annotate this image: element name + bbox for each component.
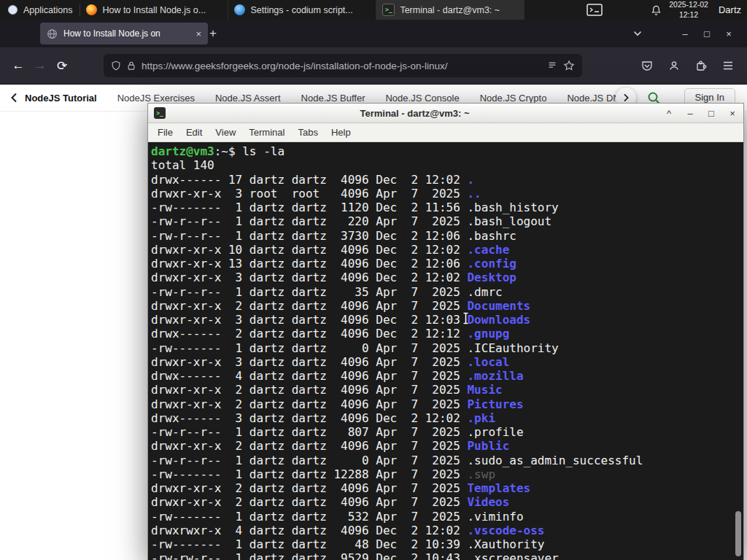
terminal-scrollbar-thumb[interactable]	[735, 511, 741, 556]
terminal-maximize-button[interactable]: □	[706, 108, 716, 119]
ls-filename: .profile	[467, 425, 523, 439]
terminal-output-line: drwx------ 3 dartz dartz 4096 Dec 2 12:0…	[151, 411, 743, 425]
tab-close-icon[interactable]: ×	[196, 28, 201, 39]
lock-icon[interactable]	[127, 61, 136, 71]
terminal-menu-terminal[interactable]: Terminal	[242, 127, 291, 138]
ls-filename: .dmrc	[467, 285, 502, 299]
ls-columns: drwxr-xr-x 3 dartz dartz 4096 Dec 2 12:0…	[151, 271, 467, 284]
url-bar[interactable]: https://www.geeksforgeeks.org/node-js/in…	[104, 54, 582, 77]
total-line: total 140	[151, 158, 743, 172]
ls-columns: drwx------ 2 dartz dartz 4096 Dec 2 12:1…	[151, 327, 467, 341]
gfg-nav-item[interactable]: Node.JS Crypto	[480, 93, 547, 104]
applications-label: Applications	[23, 5, 72, 15]
window-minimize-button[interactable]: –	[674, 28, 696, 39]
ls-columns: -rw------- 1 dartz dartz 532 Apr 7 2025	[151, 510, 467, 524]
ls-filename: Downloads	[467, 313, 530, 327]
gfg-nav-item[interactable]: Node.JS Console	[385, 93, 459, 104]
back-button[interactable]: ←	[7, 55, 29, 77]
terminal-output-line: drwxr-xr-x 3 dartz dartz 4096 Dec 2 12:0…	[151, 313, 743, 327]
ls-filename: .xscreensaver	[467, 551, 558, 560]
nav-back-chevron-icon[interactable]	[10, 93, 18, 103]
terminal-output-line: drwxr-xr-x 3 root root 4096 Apr 7 2025 .…	[151, 187, 743, 201]
terminal-minimize-button[interactable]: –	[685, 108, 695, 119]
reader-mode-icon[interactable]	[547, 61, 557, 71]
new-tab-button[interactable]: +	[204, 25, 222, 42]
terminal-output-line: -rw-r--r-- 1 dartz dartz 0 Apr 7 2025 .s…	[151, 454, 743, 467]
ls-filename: .local	[467, 355, 509, 369]
gfg-nav-item[interactable]: Node.JS Assert	[215, 93, 281, 104]
taskbar-button-label: How to Install Node.js o...	[102, 5, 206, 15]
terminal-menu-tabs[interactable]: Tabs	[291, 127, 324, 138]
ls-columns: drwxr-xr-x 2 dartz dartz 4096 Apr 7 2025	[151, 397, 467, 411]
taskbar-button-codium[interactable]: Settings - codium script...	[228, 0, 376, 20]
terminal-output-line: drwx------ 2 dartz dartz 4096 Dec 2 12:1…	[151, 327, 743, 341]
ls-filename: .	[467, 173, 474, 187]
ls-columns: drwxr-xr-x 13 dartz dartz 4096 Dec 2 12:…	[151, 257, 467, 271]
reload-button[interactable]: ⟳	[51, 55, 73, 77]
browser-tab[interactable]: How to Install Node.js on ×	[40, 23, 208, 44]
ls-columns: -rw------- 1 dartz dartz 1120 Dec 2 11:5…	[151, 201, 467, 214]
ls-filename: .gnupg	[467, 327, 509, 341]
gfg-nav: NodeJS TutorialNodeJS ExercisesNode.JS A…	[25, 93, 620, 104]
ls-columns: -rw------- 1 dartz dartz 0 Apr 7 2025	[151, 341, 467, 355]
applications-menu-button[interactable]: Applications	[0, 0, 80, 20]
ls-filename: .ICEauthority	[467, 341, 558, 355]
terminal-title: Terminal - dartz@vm3: ~	[171, 108, 658, 119]
terminal-output[interactable]: dartz@vm3:~$ ls -la total 140 drwx------…	[148, 142, 743, 560]
taskbar-button-label: Settings - codium script...	[250, 5, 352, 15]
ls-filename: .config	[467, 257, 516, 271]
menu-hamburger-icon[interactable]	[722, 61, 734, 71]
ls-filename: .bashrc	[467, 229, 516, 243]
ls-columns: -rw-r--r-- 1 dartz dartz 807 Apr 7 2025	[151, 425, 467, 439]
ls-columns: drwxrwxr-x 4 dartz dartz 4096 Dec 2 12:0…	[151, 524, 467, 537]
terminal-output-line: -rw------- 1 dartz dartz 532 Apr 7 2025 …	[151, 510, 743, 524]
ls-columns: -rw-r--r-- 1 dartz dartz 0 Apr 7 2025	[151, 454, 467, 467]
applications-icon	[7, 4, 18, 15]
gfg-nav-item[interactable]: NodeJS Exercises	[117, 93, 195, 104]
ls-filename: .mozilla	[467, 369, 523, 383]
session-user-menu[interactable]: Dartz	[719, 4, 741, 15]
tray-terminal-icon[interactable]	[587, 4, 603, 16]
terminal-menu-file[interactable]: File	[151, 127, 179, 138]
top-panel: Applications How to Install Node.js o...…	[0, 0, 747, 20]
terminal-menu-help[interactable]: Help	[325, 127, 357, 138]
extensions-puzzle-icon[interactable]	[695, 60, 707, 71]
terminal-menu-view[interactable]: View	[209, 127, 242, 138]
window-maximize-button[interactable]: □	[696, 28, 718, 39]
ls-columns: drwxr-xr-x 3 dartz dartz 4096 Dec 2 12:0…	[151, 313, 467, 327]
terminal-window-controls: ^ – □ ×	[664, 108, 738, 119]
gfg-nav-item[interactable]: Node.JS DNS	[567, 93, 620, 104]
window-close-button[interactable]: ×	[718, 28, 740, 39]
account-icon[interactable]	[668, 60, 680, 71]
ls-filename: Music	[467, 383, 502, 397]
terminal-output-line: drwxrwxr-x 4 dartz dartz 4096 Dec 2 12:0…	[151, 524, 743, 537]
terminal-output-line: -rw------- 1 dartz dartz 0 Apr 7 2025 .I…	[151, 341, 743, 355]
gfg-nav-item[interactable]: NodeJS Tutorial	[25, 93, 97, 104]
terminal-shade-button[interactable]: ^	[664, 108, 674, 119]
ls-filename: Public	[467, 439, 509, 453]
ls-filename: Videos	[467, 495, 509, 509]
terminal-output-line: drwxr-xr-x 2 dartz dartz 4096 Apr 7 2025…	[151, 495, 743, 509]
ls-filename: .vscode-oss	[467, 524, 544, 537]
taskbar-button-firefox[interactable]: How to Install Node.js o...	[80, 0, 228, 20]
url-text[interactable]: https://www.geeksforgeeks.org/node-js/in…	[142, 61, 541, 71]
gfg-nav-item[interactable]: Node.JS Buffer	[301, 93, 365, 104]
tracking-protection-shield-icon[interactable]	[111, 61, 121, 71]
terminal-close-button[interactable]: ×	[727, 108, 738, 119]
ls-columns: -rw------- 1 dartz dartz 48 Dec 2 10:39	[151, 537, 467, 551]
list-tabs-chevron-icon[interactable]	[633, 31, 642, 36]
terminal-output-line: -rw-r--r-- 1 dartz dartz 3730 Dec 2 12:0…	[151, 229, 743, 243]
ls-filename: .swp	[467, 467, 495, 481]
ls-filename: .Xauthority	[467, 537, 544, 551]
bookmark-star-icon[interactable]	[563, 60, 575, 71]
ls-filename: .bash_history	[467, 201, 558, 214]
terminal-listing: drwx------ 17 dartz dartz 4096 Dec 2 12:…	[151, 173, 743, 560]
terminal-titlebar[interactable]: >_ Terminal - dartz@vm3: ~ ^ – □ ×	[148, 104, 743, 123]
ls-columns: -rw-r--r-- 1 dartz dartz 35 Apr 7 2025	[151, 285, 467, 299]
clock-time: 12:12	[669, 10, 708, 20]
taskbar-button-terminal[interactable]: >_Terminal - dartz@vm3: ~	[376, 0, 525, 20]
notifications-bell-icon[interactable]	[651, 4, 662, 16]
panel-clock[interactable]: 2025-12-02 12:12	[669, 0, 708, 19]
pocket-icon[interactable]	[641, 60, 653, 71]
terminal-menu-edit[interactable]: Edit	[179, 127, 209, 138]
